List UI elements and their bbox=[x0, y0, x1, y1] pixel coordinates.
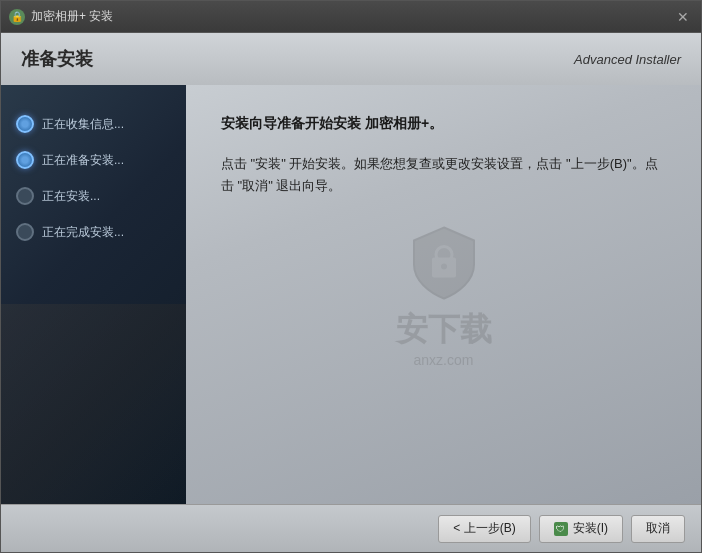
install-icon: 🛡 bbox=[554, 522, 568, 536]
page-title: 准备安装 bbox=[21, 47, 93, 71]
watermark-text-small: anxz.com bbox=[414, 351, 474, 367]
svg-point-1 bbox=[436, 246, 452, 262]
header: 准备安装 Advanced Installer bbox=[1, 33, 701, 85]
content-area: 安下载 anxz.com 安装向导准备开始安装 加密相册+。 点击 "安装" 开… bbox=[186, 85, 701, 504]
sidebar-item-install: 正在安装... bbox=[16, 187, 171, 205]
close-button[interactable]: ✕ bbox=[673, 7, 693, 27]
sidebar-item-complete: 正在完成安装... bbox=[16, 223, 171, 241]
step-indicator-install bbox=[16, 187, 34, 205]
back-button[interactable]: < 上一步(B) bbox=[438, 515, 530, 543]
step-indicator-prepare bbox=[16, 151, 34, 169]
brand-label: Advanced Installer bbox=[574, 52, 681, 67]
cancel-label: 取消 bbox=[646, 520, 670, 537]
content-text-block: 安装向导准备开始安装 加密相册+。 点击 "安装" 开始安装。如果您想复查或更改… bbox=[221, 115, 666, 197]
window-title: 加密相册+ 安装 bbox=[31, 8, 673, 25]
step-label-complete: 正在完成安装... bbox=[42, 224, 124, 241]
installer-window: 🔒 加密相册+ 安装 ✕ 准备安装 Advanced Installer 正在收… bbox=[0, 0, 702, 553]
title-bar: 🔒 加密相册+ 安装 ✕ bbox=[1, 1, 701, 33]
watermark-text-big: 安下载 bbox=[396, 307, 492, 351]
content-body: 点击 "安装" 开始安装。如果您想复查或更改安装设置，点击 "上一步(B)"。点… bbox=[221, 153, 666, 197]
content-heading: 安装向导准备开始安装 加密相册+。 bbox=[221, 115, 666, 133]
step-indicator-collect bbox=[16, 115, 34, 133]
step-label-collect: 正在收集信息... bbox=[42, 116, 124, 133]
install-label: 安装(I) bbox=[573, 520, 608, 537]
close-icon: ✕ bbox=[677, 9, 689, 25]
window-icon: 🔒 bbox=[9, 9, 25, 25]
sidebar: 正在收集信息... 正在准备安装... 正在安装... 正在完成安装... bbox=[1, 85, 186, 504]
back-label: < 上一步(B) bbox=[453, 520, 515, 537]
main-content: 正在收集信息... 正在准备安装... 正在安装... 正在完成安装... bbox=[1, 85, 701, 504]
footer: < 上一步(B) 🛡 安装(I) 取消 bbox=[1, 504, 701, 552]
watermark-shield-icon bbox=[404, 222, 484, 302]
step-label-prepare: 正在准备安装... bbox=[42, 152, 124, 169]
svg-point-2 bbox=[441, 263, 447, 269]
step-indicator-complete bbox=[16, 223, 34, 241]
sidebar-item-prepare: 正在准备安装... bbox=[16, 151, 171, 169]
step-label-install: 正在安装... bbox=[42, 188, 100, 205]
svg-rect-0 bbox=[432, 257, 456, 277]
watermark: 安下载 anxz.com bbox=[396, 222, 492, 367]
install-button[interactable]: 🛡 安装(I) bbox=[539, 515, 623, 543]
cancel-button[interactable]: 取消 bbox=[631, 515, 685, 543]
sidebar-item-collect: 正在收集信息... bbox=[16, 115, 171, 133]
